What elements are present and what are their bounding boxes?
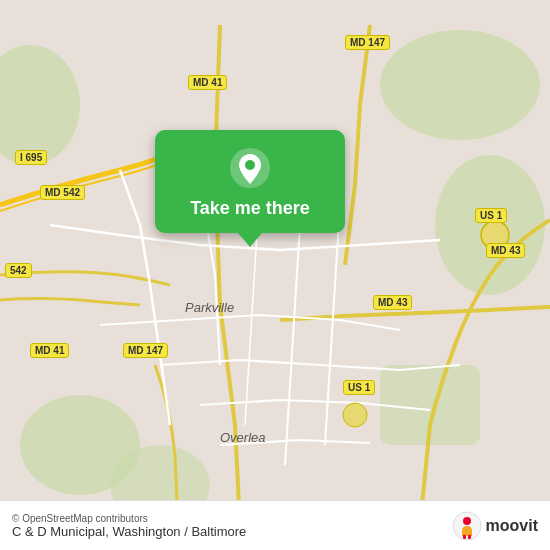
road-label-md43: MD 43 bbox=[373, 295, 412, 310]
svg-point-10 bbox=[343, 403, 367, 427]
popup-card[interactable]: Take me there bbox=[155, 130, 345, 233]
copyright-text: © OpenStreetMap contributors bbox=[12, 513, 246, 524]
road-label-542: 542 bbox=[5, 263, 32, 278]
road-label-md147-top: MD 147 bbox=[345, 35, 390, 50]
map-background bbox=[0, 0, 550, 550]
bottom-bar: © OpenStreetMap contributors C & D Munic… bbox=[0, 500, 550, 550]
overlea-label: Overlea bbox=[220, 430, 266, 445]
road-label-md41-bot: MD 41 bbox=[30, 343, 69, 358]
map-container: I 695 MD 147 MD 41 MD 542 542 MD 41 MD 1… bbox=[0, 0, 550, 550]
svg-point-1 bbox=[380, 30, 540, 140]
road-label-i695: I 695 bbox=[15, 150, 47, 165]
road-label-md147-bot: MD 147 bbox=[123, 343, 168, 358]
road-label-md542: MD 542 bbox=[40, 185, 85, 200]
svg-point-14 bbox=[463, 517, 471, 525]
moovit-text: moovit bbox=[486, 517, 538, 535]
location-name: C & D Municipal, Washington / Baltimore bbox=[12, 524, 246, 539]
moovit-brand-icon bbox=[452, 511, 482, 541]
location-pin-icon bbox=[228, 146, 272, 190]
road-label-us1-bot: US 1 bbox=[343, 380, 375, 395]
parkville-label: Parkville bbox=[185, 300, 234, 315]
location-info: © OpenStreetMap contributors C & D Munic… bbox=[12, 513, 246, 539]
road-label-md43-right: MD 43 bbox=[486, 243, 525, 258]
moovit-logo: moovit bbox=[452, 511, 538, 541]
take-me-there-button[interactable]: Take me there bbox=[190, 198, 310, 219]
road-label-md41-top: MD 41 bbox=[188, 75, 227, 90]
svg-point-12 bbox=[245, 160, 255, 170]
road-label-us1-top: US 1 bbox=[475, 208, 507, 223]
